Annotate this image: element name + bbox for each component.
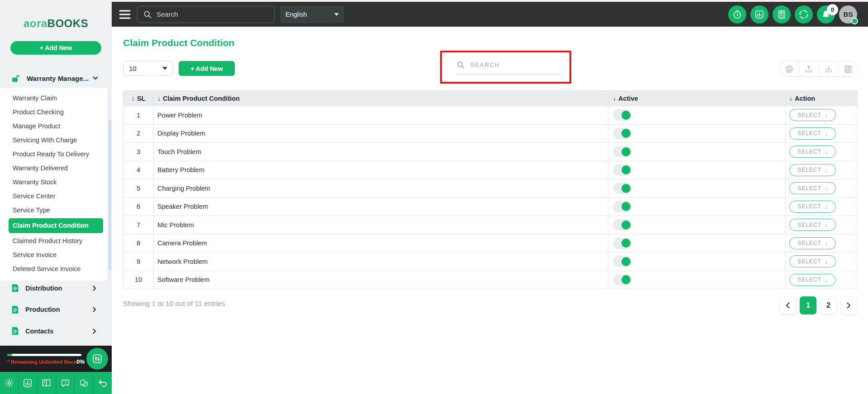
export-button[interactable] (799, 61, 818, 76)
book-button[interactable] (38, 372, 56, 394)
messages-button[interactable] (75, 372, 93, 394)
active-toggle[interactable] (613, 109, 632, 121)
online-status-dot (851, 18, 858, 24)
sidebar-item-warranty-stock[interactable]: Warranty Stock (0, 175, 107, 189)
select-button[interactable]: SELECT↓ (789, 237, 836, 249)
column-header-action[interactable]: ↓Action (785, 91, 857, 106)
download-button[interactable] (819, 61, 838, 76)
active-toggle[interactable] (613, 183, 632, 194)
sidebar-group-contacts[interactable]: Contacts (0, 320, 107, 342)
add-new-button[interactable]: + Add New (179, 61, 235, 76)
select-button[interactable]: SELECT↓ (789, 145, 836, 158)
time-button[interactable] (728, 5, 746, 23)
sidebar-item-warranty-delivered[interactable]: Warranty Delivered (0, 161, 107, 175)
toggle-knob (621, 111, 631, 120)
select-button[interactable]: SELECT↓ (789, 219, 836, 231)
global-search (137, 6, 275, 23)
select-button-label: SELECT (797, 130, 821, 136)
sidebar-item-product-checking[interactable]: Product Checking (0, 105, 107, 119)
active-toggle[interactable] (613, 146, 632, 157)
sidebar-item-claim-product-condition[interactable]: Claim Product Condition (9, 218, 103, 233)
preferences-fab-button[interactable] (86, 348, 108, 370)
column-header-sl[interactable]: ↓SL (123, 91, 153, 106)
sort-desc-icon: ↓ (157, 95, 161, 102)
cell-active (608, 161, 785, 179)
cell-action: SELECT↓ (785, 179, 857, 197)
cell-action: SELECT↓ (785, 106, 857, 124)
select-button-label: SELECT (797, 258, 821, 265)
active-toggle[interactable] (613, 238, 632, 249)
sidebar-group-production[interactable]: Production (0, 299, 107, 321)
page-button-1[interactable]: 1 (800, 296, 816, 314)
next-page-button[interactable] (840, 296, 857, 314)
calculator-button[interactable] (773, 5, 791, 23)
active-toggle[interactable] (613, 274, 632, 286)
page-size-select[interactable]: 10 (123, 61, 173, 76)
pagination: 12 (779, 296, 857, 314)
help-chat-button[interactable]: ? (56, 372, 75, 394)
cell-action: SELECT↓ (785, 253, 857, 271)
previous-page-button[interactable] (779, 296, 796, 314)
notifications-button[interactable]: 0 (817, 5, 835, 23)
select-button[interactable]: SELECT↓ (789, 127, 836, 140)
select-button[interactable]: SELECT↓ (789, 182, 836, 194)
active-toggle[interactable] (613, 219, 632, 230)
page-button-2[interactable]: 2 (820, 296, 837, 314)
sidebar-item-warranty-claim[interactable]: Warranty Claim (0, 91, 107, 105)
annotation-red-box (440, 51, 571, 84)
column-header-active[interactable]: ↓Active (608, 91, 785, 106)
cell-sl: 9 (123, 253, 153, 271)
document-icon (11, 284, 19, 292)
prev-icon (786, 302, 790, 309)
sidebar-group-label: Contacts (25, 328, 93, 335)
scan-button[interactable] (795, 5, 813, 23)
sidebar-item-service-center[interactable]: Service Center (0, 189, 107, 203)
sidebar-item-service-type[interactable]: Service Type (0, 203, 107, 217)
sidebar-item-deleted-service-invoice[interactable]: Deleted Service Invoice (0, 262, 107, 276)
sidebar-item-servicing-with-charge[interactable]: Servicing With Charge (0, 133, 107, 147)
column-header-claim-product-condition[interactable]: ↓Claim Product Condition (153, 91, 608, 106)
sidebar-group-distribution[interactable]: Distribution (0, 277, 107, 299)
cell-active (608, 271, 785, 289)
menu-toggle-button[interactable] (119, 9, 133, 19)
active-toggle[interactable] (613, 201, 632, 212)
global-search-input[interactable] (157, 10, 269, 18)
table-search-input[interactable] (470, 61, 560, 68)
active-toggle[interactable] (613, 128, 632, 139)
unlock-icon (11, 74, 21, 83)
bar-chart-button[interactable] (750, 5, 768, 23)
select-button-label: SELECT (797, 277, 821, 283)
cell-action: SELECT↓ (785, 271, 857, 289)
user-avatar[interactable]: BS (839, 5, 857, 23)
export-icon (804, 65, 813, 74)
table-row: 4Battery ProblemSELECT↓ (123, 161, 857, 179)
table-body: 1Power ProblemSELECT↓2Display ProblemSEL… (123, 106, 857, 289)
columns-button[interactable] (838, 61, 858, 76)
cell-action: SELECT↓ (785, 143, 857, 161)
notification-badge: 0 (827, 4, 838, 15)
cell-active (608, 179, 785, 197)
select-button[interactable]: SELECT↓ (789, 255, 836, 267)
toggle-knob (621, 129, 631, 138)
sidebar-item-claimed-product-history[interactable]: Claimed Product History (0, 234, 107, 248)
bar-chart-button[interactable] (19, 372, 37, 394)
active-toggle[interactable] (613, 164, 632, 176)
print-button[interactable] (780, 61, 799, 76)
select-button[interactable]: SELECT↓ (789, 274, 836, 286)
select-button[interactable]: SELECT↓ (789, 164, 836, 176)
sidebar-scrollbar[interactable] (109, 120, 111, 270)
sidebar-item-manage-product[interactable]: Manage Product (0, 119, 107, 133)
cell-sl: 4 (123, 161, 153, 179)
sidebar-add-new-button[interactable]: + Add New (10, 41, 101, 55)
app-logo[interactable]: aoraBOOKS (0, 17, 112, 30)
topbar: English 0 BS (112, 2, 868, 27)
sidebar-section-warranty-management[interactable]: Warranty Manage... (0, 72, 112, 84)
sidebar-item-product-ready-to-delivery[interactable]: Product Ready To Delivery (0, 147, 107, 161)
undo-button[interactable] (94, 372, 112, 394)
language-select[interactable]: English (280, 6, 344, 23)
select-button[interactable]: SELECT↓ (789, 201, 836, 213)
select-button[interactable]: SELECT↓ (789, 109, 836, 121)
gear-button[interactable] (0, 372, 19, 394)
sidebar-item-service-invoice[interactable]: Service Invoice (0, 248, 107, 262)
active-toggle[interactable] (613, 256, 632, 267)
